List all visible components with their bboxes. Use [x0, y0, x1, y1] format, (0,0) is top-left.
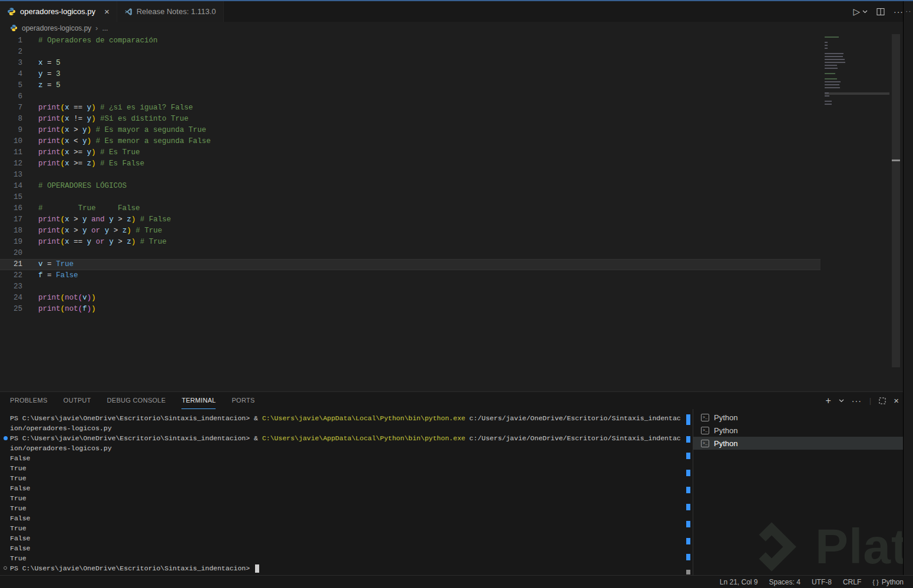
- new-terminal-button[interactable]: +: [826, 396, 831, 406]
- line-number[interactable]: 22: [0, 270, 22, 281]
- terminal-line[interactable]: ion/operadores-logicos.py: [3, 443, 684, 453]
- line-number[interactable]: 17: [0, 214, 22, 225]
- code-line[interactable]: 16# True False: [0, 203, 821, 214]
- line-number[interactable]: 21: [0, 259, 22, 270]
- panel-tab-debug-console[interactable]: DEBUG CONSOLE: [107, 392, 166, 409]
- code-line[interactable]: 1# Operadores de comparación: [0, 35, 821, 46]
- breadcrumb[interactable]: operadores-logicos.py › ...: [0, 22, 913, 34]
- chevron-down-icon[interactable]: [862, 10, 868, 14]
- code-line[interactable]: 19print(x == y or y > z) # True: [0, 237, 821, 248]
- line-number[interactable]: 19: [0, 237, 22, 248]
- code-line[interactable]: 25print(not(f)): [0, 304, 821, 315]
- code-line[interactable]: 15: [0, 192, 821, 203]
- terminal-line[interactable]: True: [3, 503, 684, 513]
- code-line[interactable]: 3x = 5: [0, 58, 821, 69]
- code-line[interactable]: 24print(not(v)): [0, 293, 821, 304]
- code-line[interactable]: 20: [0, 248, 821, 259]
- line-number[interactable]: 8: [0, 114, 22, 125]
- terminal-line[interactable]: False: [3, 513, 684, 523]
- terminal-line[interactable]: False: [3, 453, 684, 463]
- line-number[interactable]: 6: [0, 91, 22, 102]
- line-number[interactable]: 13: [0, 170, 22, 181]
- code-line[interactable]: 13: [0, 170, 821, 181]
- line-number[interactable]: 16: [0, 203, 22, 214]
- terminal-output[interactable]: PS C:\Users\javie\OneDrive\Escritorio\Si…: [0, 409, 684, 576]
- panel-tab-terminal[interactable]: TERMINAL: [181, 392, 216, 409]
- terminal-list-item[interactable]: >_Python: [693, 411, 913, 424]
- panel-tab-ports[interactable]: PORTS: [231, 392, 254, 409]
- code-line[interactable]: 6: [0, 91, 821, 102]
- split-editor-button[interactable]: [876, 8, 885, 16]
- minimap-bar: [825, 78, 837, 79]
- terminal-line[interactable]: False: [3, 533, 684, 543]
- code-token: x: [65, 115, 70, 123]
- line-number[interactable]: 4: [0, 69, 22, 80]
- code-line[interactable]: 11print(x >= y) # Es True: [0, 147, 821, 158]
- code-line[interactable]: 21v = True: [0, 259, 821, 270]
- status-indentation[interactable]: Spaces: 4: [769, 578, 800, 586]
- code-line[interactable]: 4y = 3: [0, 69, 821, 80]
- code-line[interactable]: 23: [0, 281, 821, 293]
- code-line[interactable]: 10print(x < y) # Es menor a segunda Fals…: [0, 136, 821, 147]
- editor-scrollbar[interactable]: [892, 34, 900, 367]
- maximize-panel-icon[interactable]: [879, 397, 886, 404]
- close-tab-icon[interactable]: ×: [104, 7, 110, 16]
- line-number[interactable]: 5: [0, 80, 22, 91]
- code-line[interactable]: 22f = False: [0, 270, 821, 281]
- terminal-line[interactable]: ion/operadores-logicos.py: [3, 423, 684, 433]
- line-number[interactable]: 18: [0, 225, 22, 237]
- tab-release-notes[interactable]: Release Notes: 1.113.0: [117, 1, 224, 22]
- code-line[interactable]: 5z = 5: [0, 80, 821, 91]
- code-line[interactable]: 9print(x > y) # Es mayor a segunda True: [0, 125, 821, 136]
- panel-more-actions-button[interactable]: ···: [852, 396, 862, 406]
- code-line[interactable]: 8print(x != y) #Si es distinto True: [0, 114, 821, 125]
- status-eol[interactable]: CRLF: [843, 578, 861, 586]
- panel-tab-output[interactable]: OUTPUT: [64, 392, 91, 409]
- code-editor[interactable]: 1# Operadores de comparación23x = 54y = …: [0, 34, 913, 391]
- line-number[interactable]: 1: [0, 35, 22, 46]
- code-line[interactable]: 2: [0, 46, 821, 58]
- status-language[interactable]: { } Python: [872, 578, 904, 586]
- line-number[interactable]: 7: [0, 102, 22, 114]
- line-number[interactable]: 14: [0, 181, 22, 192]
- terminal-line[interactable]: PS C:\Users\javie\OneDrive\Escritorio\Si…: [3, 563, 684, 573]
- terminal-line[interactable]: True: [3, 473, 684, 483]
- terminal-line[interactable]: True: [3, 463, 684, 473]
- terminal-profile-chevron-icon[interactable]: [839, 399, 844, 403]
- terminal-line[interactable]: True: [3, 523, 684, 533]
- line-number[interactable]: 24: [0, 293, 22, 304]
- line-number[interactable]: 9: [0, 125, 22, 136]
- code-line[interactable]: 18print(x > y or y > z) # True: [0, 225, 821, 237]
- terminal-line[interactable]: False: [3, 483, 684, 493]
- line-number[interactable]: 15: [0, 192, 22, 203]
- terminal-line[interactable]: PS C:\Users\javie\OneDrive\Escritorio\Si…: [3, 433, 684, 443]
- panel-tab-problems[interactable]: PROBLEMS: [10, 392, 48, 409]
- code-line[interactable]: 17print(x > y and y > z) # False: [0, 214, 821, 225]
- terminal-line[interactable]: True: [3, 493, 684, 503]
- line-number[interactable]: 11: [0, 147, 22, 158]
- terminal-line[interactable]: False: [3, 543, 684, 553]
- line-number[interactable]: 23: [0, 281, 22, 293]
- status-cursor-position[interactable]: Ln 21, Col 9: [720, 578, 758, 586]
- line-number[interactable]: 2: [0, 46, 22, 58]
- terminal-list-item[interactable]: >_Python: [693, 437, 913, 450]
- terminal-line[interactable]: PS C:\Users\javie\OneDrive\Escritorio\Si…: [3, 413, 684, 423]
- terminal-line[interactable]: True: [3, 553, 684, 563]
- breadcrumb-more[interactable]: ...: [102, 24, 108, 32]
- terminal-list-item[interactable]: >_Python: [693, 424, 913, 437]
- line-number[interactable]: 3: [0, 58, 22, 69]
- line-number[interactable]: 12: [0, 158, 22, 170]
- more-actions-button[interactable]: ···: [894, 7, 904, 16]
- run-button[interactable]: ▷: [853, 6, 868, 17]
- line-number[interactable]: 20: [0, 248, 22, 259]
- code-line[interactable]: 14# OPERADORES LÓGICOS: [0, 181, 821, 192]
- code-line[interactable]: 7print(x == y) # ¿si es igual? False: [0, 102, 821, 114]
- code-line[interactable]: 12print(x >= z) # Es False: [0, 158, 821, 170]
- line-number[interactable]: 25: [0, 304, 22, 315]
- tab-operadores-logicos[interactable]: operadores-logicos.py ×: [0, 1, 117, 22]
- minimap[interactable]: [825, 36, 889, 106]
- line-number[interactable]: 10: [0, 136, 22, 147]
- breadcrumb-file[interactable]: operadores-logicos.py: [22, 24, 91, 32]
- status-encoding[interactable]: UTF-8: [812, 578, 832, 586]
- close-panel-icon[interactable]: ×: [894, 396, 899, 406]
